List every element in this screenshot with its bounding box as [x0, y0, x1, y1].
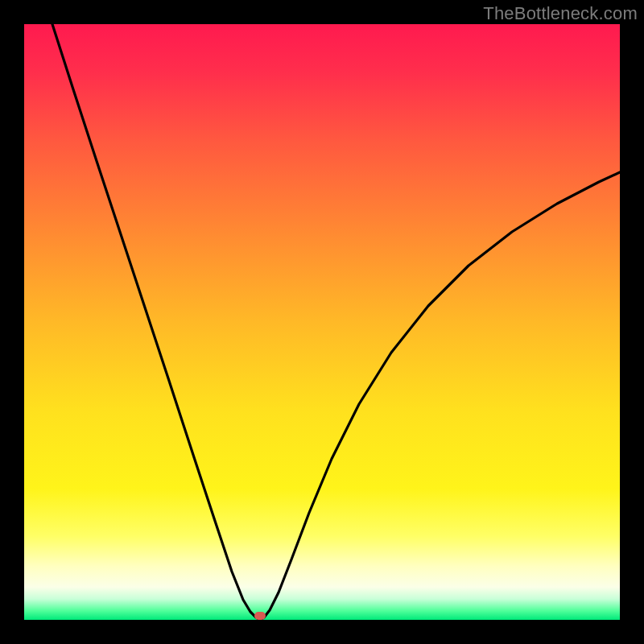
optimum-marker	[254, 612, 266, 620]
chart-frame: TheBottleneck.com	[0, 0, 644, 644]
plot-area	[24, 24, 620, 620]
watermark-label: TheBottleneck.com	[483, 3, 638, 24]
bottleneck-curve	[24, 24, 620, 620]
